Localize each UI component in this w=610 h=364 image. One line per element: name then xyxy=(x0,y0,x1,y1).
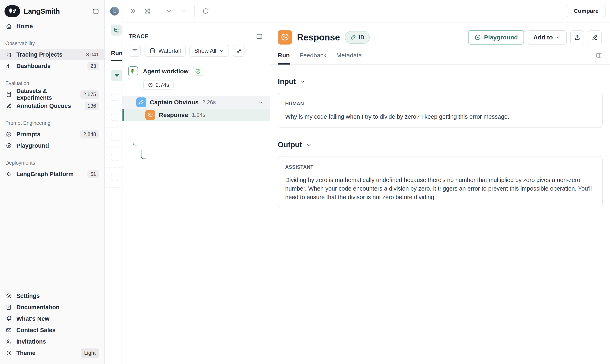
row-checkbox[interactable] xyxy=(111,134,118,141)
refresh-icon xyxy=(202,8,209,14)
next-run-button[interactable] xyxy=(166,8,173,14)
copy-run-id-button[interactable]: ID xyxy=(345,31,370,44)
count-badge: 51 xyxy=(87,170,99,178)
sidebar-item-whats-new[interactable]: What's New xyxy=(0,313,104,324)
section-label-observability: Observability xyxy=(0,40,104,46)
count-badge: 3,041 xyxy=(86,51,99,59)
edit-button[interactable] xyxy=(588,30,602,44)
chain-link-icon xyxy=(136,97,146,107)
waterfall-icon xyxy=(149,48,156,54)
trace-node-label: Captain Obvious xyxy=(150,99,199,106)
runs-table-column: L Runs xyxy=(105,0,122,364)
trace-node-duration: 2.26s xyxy=(202,99,216,106)
sidebar-item-contact-sales[interactable]: Contact Sales xyxy=(0,324,104,336)
trace-panel-header: TRACE xyxy=(122,23,270,40)
play-circle-icon xyxy=(474,34,481,41)
compare-button[interactable]: Compare xyxy=(567,5,606,17)
previous-run-button[interactable] xyxy=(180,8,187,14)
toolbar-divider xyxy=(158,5,158,17)
sidebar-item-dashboards[interactable]: Dashboards 23 xyxy=(0,60,104,72)
sidebar-item-invitations[interactable]: Invitations xyxy=(0,336,104,347)
tab-runs[interactable]: Runs xyxy=(111,50,122,57)
trace-view-toggle-button[interactable] xyxy=(111,25,122,36)
tab-feedback[interactable]: Feedback xyxy=(299,52,326,64)
toolbar-divider xyxy=(194,5,195,17)
theme-value-badge[interactable]: Light xyxy=(81,349,99,358)
sidebar-nav: Home Observability Tracing Projects 3,04… xyxy=(0,18,104,180)
brain-icon xyxy=(278,30,292,45)
parrot-glyph xyxy=(130,68,136,75)
count-badge: 2,848 xyxy=(80,130,99,139)
collapse-inward-icon xyxy=(236,48,242,54)
sidebar-item-playground[interactable]: Playground xyxy=(0,140,104,151)
sidebar-item-documentation[interactable]: Documentation xyxy=(0,301,104,313)
user-plus-icon xyxy=(6,338,12,345)
detail-panel-toggle-button[interactable] xyxy=(596,52,602,58)
table-row xyxy=(105,87,122,107)
sidebar-header: LangSmith xyxy=(0,0,104,18)
sidebar-item-datasets-experiments[interactable]: Datasets & Experiments 2,675 xyxy=(0,89,104,100)
collapse-tree-button[interactable] xyxy=(233,45,245,57)
trace-panel-toggle-button[interactable] xyxy=(256,33,263,40)
sidebar-item-label: Invitations xyxy=(16,338,46,345)
row-checkbox[interactable] xyxy=(111,174,118,181)
gear-icon xyxy=(6,293,12,299)
page-title: Response xyxy=(297,32,340,42)
trace-node-response-selected[interactable]: Response 1.94s xyxy=(122,109,270,121)
sidebar-item-home[interactable]: Home xyxy=(0,20,104,32)
trace-node-duration: 1.94s xyxy=(192,112,205,118)
runs-filter-button[interactable] xyxy=(111,70,122,81)
row-checkbox[interactable] xyxy=(111,114,118,121)
add-to-dropdown[interactable]: Add to xyxy=(528,30,567,45)
panel-right-icon xyxy=(256,33,263,40)
playground-button[interactable]: Playground xyxy=(468,30,524,45)
input-section-heading[interactable]: Input xyxy=(278,77,603,86)
avatar[interactable]: L xyxy=(110,7,119,15)
sidebar-item-langgraph-platform[interactable]: LangGraph Platform 51 xyxy=(0,168,104,180)
show-all-dropdown[interactable]: Show All xyxy=(189,45,229,57)
output-heading: Output xyxy=(278,141,302,149)
message-role-label: HUMAN xyxy=(285,101,595,107)
row-checkbox[interactable] xyxy=(111,154,118,161)
row-checkbox[interactable] xyxy=(111,93,118,101)
trace-node-agent-workflow[interactable]: Agent workflow xyxy=(122,66,270,76)
link-icon xyxy=(350,34,356,40)
run-detail-panel: Response ID Playground Add to xyxy=(271,23,610,364)
sidebar-item-prompts[interactable]: Prompts 2,848 xyxy=(0,129,104,140)
root-duration-badge: 2.74s xyxy=(143,80,174,90)
sidebar-item-label: Datasets & Experiments xyxy=(16,88,80,101)
collapse-panel-button[interactable] xyxy=(129,8,136,14)
share-button[interactable] xyxy=(570,30,584,44)
tab-run[interactable]: Run xyxy=(278,52,290,65)
collapse-node-button[interactable] xyxy=(258,100,263,105)
run-detail-tabs: Run Feedback Metadata xyxy=(271,52,610,65)
mail-icon xyxy=(6,327,12,333)
output-section-heading[interactable]: Output xyxy=(278,141,603,149)
document-icon xyxy=(6,304,12,310)
count-badge: 23 xyxy=(87,62,99,70)
sidebar-item-theme[interactable]: Theme Light xyxy=(0,347,104,359)
sidebar-item-label: Playground xyxy=(16,142,49,149)
trace-nav-icons xyxy=(129,5,209,17)
chevron-up-icon xyxy=(180,8,187,14)
sidebar-item-annotation-queues[interactable]: Annotation Queues 136 xyxy=(0,100,104,112)
tracing-tree-icon xyxy=(6,52,12,58)
count-badge: 2,675 xyxy=(80,90,99,99)
show-all-label: Show All xyxy=(194,48,216,54)
tree-connector xyxy=(133,118,137,145)
sidebar-item-label: Prompts xyxy=(16,131,41,138)
header-actions: Playground Add to xyxy=(468,30,602,45)
trace-node-captain-obvious[interactable]: Captain Obvious 2.26s xyxy=(122,96,270,109)
table-row xyxy=(105,107,122,128)
tracing-tree-icon xyxy=(113,27,119,33)
trace-filter-button[interactable] xyxy=(129,45,141,57)
sidebar-item-tracing-projects[interactable]: Tracing Projects 3,041 xyxy=(0,49,104,60)
sidebar-collapse-button[interactable] xyxy=(92,8,99,14)
expand-fullscreen-button[interactable] xyxy=(144,8,151,14)
waterfall-view-button[interactable]: Waterfall xyxy=(145,45,186,57)
tree-connector xyxy=(141,150,146,159)
tab-metadata[interactable]: Metadata xyxy=(336,52,362,64)
sidebar-item-settings[interactable]: Settings xyxy=(0,290,104,301)
refresh-button[interactable] xyxy=(202,8,209,14)
clock-icon xyxy=(148,82,153,88)
